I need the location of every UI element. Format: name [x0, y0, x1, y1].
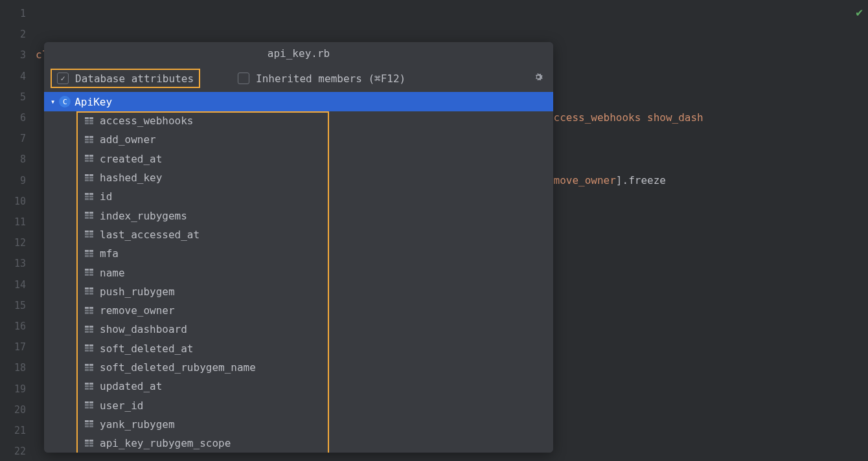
column-icon	[84, 286, 95, 297]
tree-item-label: id	[100, 190, 112, 203]
svg-rect-97	[89, 420, 93, 422]
svg-rect-24	[85, 193, 89, 195]
tree-item-label: hashed_key	[100, 172, 162, 184]
svg-rect-87	[89, 385, 93, 387]
svg-rect-69	[89, 328, 93, 330]
line-gutter: 12345678910111213141516171819202122	[0, 0, 36, 461]
svg-rect-4	[85, 122, 89, 124]
tree-item-updated_at[interactable]: updated_at	[44, 377, 553, 396]
db-attributes-toggle[interactable]: Database attributes	[51, 69, 200, 88]
tree-item-label: created_at	[100, 153, 162, 165]
svg-rect-61	[89, 307, 93, 309]
svg-rect-25	[89, 193, 93, 195]
svg-rect-62	[85, 309, 89, 311]
svg-rect-68	[85, 328, 89, 330]
svg-rect-47	[89, 255, 93, 257]
svg-rect-33	[89, 214, 93, 216]
tree-item-add_owner[interactable]: add_owner	[44, 130, 553, 149]
column-icon	[84, 306, 95, 316]
tree-item-access_webhooks[interactable]: access_webhooks	[44, 111, 553, 130]
tree-item-label: soft_deleted_rubygem_name	[100, 361, 256, 374]
svg-rect-72	[85, 344, 89, 346]
svg-rect-78	[85, 364, 89, 366]
svg-rect-17	[89, 160, 93, 162]
tree-item-label: updated_at	[100, 380, 162, 392]
svg-rect-35	[89, 217, 93, 219]
svg-rect-74	[85, 347, 89, 349]
svg-rect-92	[85, 404, 89, 406]
svg-rect-81	[89, 366, 93, 368]
column-icon	[84, 192, 95, 202]
tree-item-mfa[interactable]: mfa	[44, 244, 553, 263]
svg-rect-40	[85, 236, 89, 238]
column-icon	[84, 116, 95, 126]
class-icon: C	[59, 96, 71, 107]
svg-rect-89	[89, 388, 93, 390]
column-icon	[84, 381, 95, 392]
column-icon	[84, 249, 95, 259]
tree-item-yank_rubygem[interactable]: yank_rubygem	[44, 415, 553, 434]
tree-item-soft_deleted_rubygem_name[interactable]: soft_deleted_rubygem_name	[44, 358, 553, 377]
tree-item-label: index_rubygems	[100, 210, 187, 222]
tree-item-api_key_rubygem_scope[interactable]: api_key_rubygem_scope	[44, 434, 553, 453]
column-icon	[84, 210, 95, 221]
svg-rect-84	[85, 383, 89, 385]
svg-rect-58	[85, 293, 89, 295]
tree-item-show_dashboard[interactable]: show_dashboard	[44, 320, 553, 339]
svg-rect-98	[85, 423, 89, 425]
tree-item-index_rubygems[interactable]: index_rubygems	[44, 206, 553, 225]
column-icon	[84, 135, 95, 145]
svg-rect-60	[85, 307, 89, 309]
svg-rect-3	[89, 120, 93, 122]
svg-rect-32	[85, 214, 89, 216]
svg-rect-88	[85, 388, 89, 390]
tree-item-push_rubygem[interactable]: push_rubygem	[44, 282, 553, 301]
svg-rect-1	[89, 117, 93, 119]
svg-rect-66	[85, 326, 89, 328]
inherited-label: Inherited members (⌘F12)	[256, 73, 405, 85]
svg-rect-64	[85, 312, 89, 314]
gear-icon[interactable]	[532, 71, 544, 85]
svg-rect-12	[85, 155, 89, 157]
tree-item-hashed_key[interactable]: hashed_key	[44, 168, 553, 187]
svg-rect-19	[89, 174, 93, 176]
tree-root-apikey[interactable]: ▾ C ApiKey	[44, 92, 553, 111]
tree-item-label: show_dashboard	[100, 323, 187, 335]
svg-rect-82	[85, 369, 89, 371]
column-icon	[84, 324, 95, 335]
svg-rect-67	[89, 326, 93, 328]
tree-item-soft_deleted_at[interactable]: soft_deleted_at	[44, 339, 553, 358]
svg-rect-76	[85, 350, 89, 352]
svg-rect-77	[89, 350, 93, 352]
tree-item-label: name	[100, 267, 125, 279]
tree-item-label: user_id	[100, 399, 143, 412]
tree-item-name[interactable]: name	[44, 263, 553, 282]
inherited-members-toggle[interactable]: Inherited members (⌘F12)	[233, 69, 411, 88]
column-icon	[84, 343, 95, 354]
tree-item-user_id[interactable]: user_id	[44, 396, 553, 414]
svg-rect-50	[85, 271, 89, 273]
chevron-down-icon: ▾	[51, 97, 55, 106]
svg-rect-6	[85, 136, 89, 138]
structure-popup: api_key.rb Database attributes Inherited…	[44, 42, 553, 453]
svg-rect-80	[85, 366, 89, 368]
svg-rect-83	[89, 369, 93, 371]
tree-item-created_at[interactable]: created_at	[44, 150, 553, 168]
svg-rect-34	[85, 217, 89, 219]
svg-rect-95	[89, 407, 93, 409]
svg-rect-53	[89, 274, 93, 276]
column-icon	[84, 438, 95, 449]
svg-rect-39	[89, 233, 93, 235]
svg-rect-41	[89, 236, 93, 238]
tree-item-remove_owner[interactable]: remove_owner	[44, 301, 553, 320]
tree-item-label: remove_owner	[100, 304, 175, 317]
tree-item-label: yank_rubygem	[100, 418, 175, 431]
svg-rect-73	[89, 344, 93, 346]
svg-rect-49	[89, 269, 93, 271]
svg-rect-36	[85, 231, 89, 232]
svg-rect-71	[89, 331, 93, 333]
svg-rect-56	[85, 290, 89, 292]
svg-rect-27	[89, 196, 93, 197]
tree-item-id[interactable]: id	[44, 187, 553, 206]
tree-item-last_accessed_at[interactable]: last_accessed_at	[44, 225, 553, 244]
